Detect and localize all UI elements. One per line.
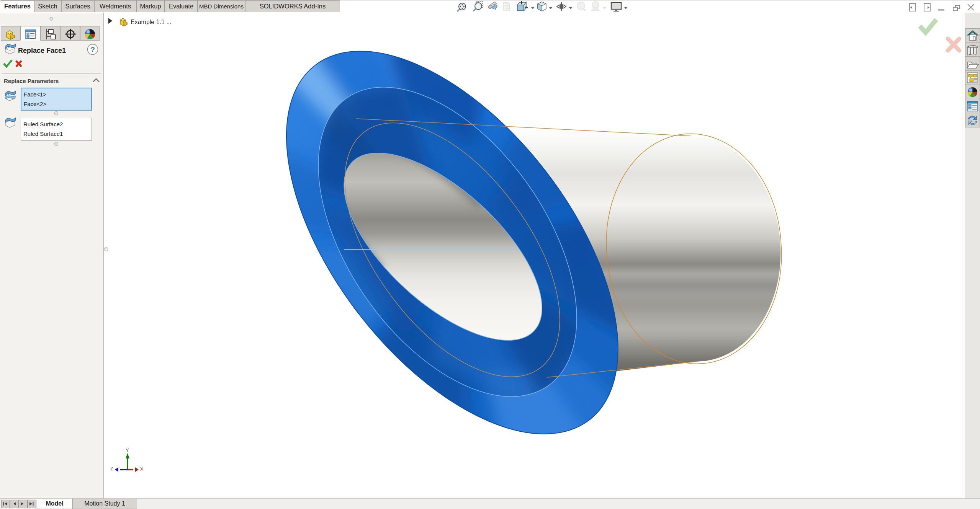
svg-text:Example 1.1 ...: Example 1.1 ... [131,19,172,25]
svg-text:X: X [140,466,144,472]
svg-text:?: ? [90,46,95,54]
svg-text:Z: Z [110,466,113,471]
svg-text:Y: Y [126,447,129,453]
